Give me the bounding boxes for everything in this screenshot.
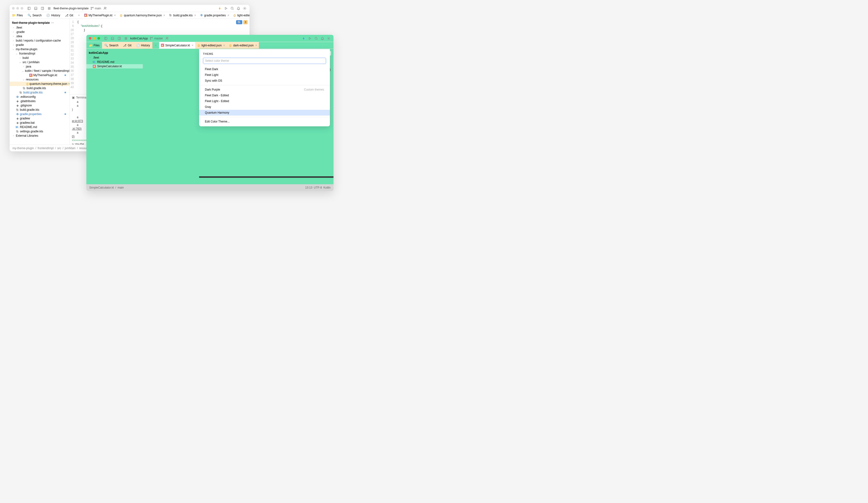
svg-rect-0	[28, 7, 30, 10]
svg-point-18	[104, 7, 105, 8]
navbar: 📁 Files 🔍 Search 🕘 History ⎇ Git ＋ KMyTh…	[10, 12, 249, 14]
window-title: fleet-theme-plugin-template	[53, 7, 89, 10]
close-icon[interactable]: ×	[227, 14, 229, 15]
bolt-icon[interactable]	[217, 6, 222, 11]
svg-point-21	[244, 8, 245, 9]
branch-indicator[interactable]: main	[91, 7, 101, 10]
close-icon[interactable]: ×	[114, 14, 116, 15]
traffic-lights	[12, 7, 23, 10]
window-fleet-template: fleet-theme-plugin-template main 📁 Files…	[10, 5, 249, 14]
nav-history[interactable]: 🕘 History	[44, 12, 62, 15]
svg-point-10	[49, 8, 49, 9]
panel-right-icon[interactable]	[40, 6, 45, 11]
nav-files[interactable]: 📁 Files	[10, 12, 25, 15]
editor-tabs: KMyThemePlugin.kt×{}quantum.harmony.them…	[82, 12, 249, 15]
close-icon[interactable]: ×	[163, 14, 165, 15]
svg-point-17	[93, 7, 94, 8]
svg-point-16	[91, 9, 92, 10]
svg-point-19	[231, 7, 233, 9]
close-icon[interactable]: ×	[194, 14, 196, 15]
editor-tab[interactable]: {}light-edited.json×	[231, 12, 249, 15]
svg-line-20	[233, 9, 234, 10]
titlebar: fleet-theme-plugin-template main	[10, 5, 249, 12]
svg-point-12	[48, 9, 49, 9]
add-user-icon[interactable]	[103, 6, 108, 11]
search-icon[interactable]	[230, 6, 235, 11]
svg-point-9	[48, 8, 49, 9]
minimize-dot[interactable]	[16, 7, 19, 10]
svg-point-13	[49, 9, 49, 9]
run-icon[interactable]	[224, 6, 228, 11]
nav-search[interactable]: 🔍 Search	[25, 12, 44, 15]
panel-left-icon[interactable]	[27, 6, 31, 11]
editor-tab[interactable]: {}quantum.harmony.theme.json×	[117, 12, 167, 15]
svg-point-8	[50, 7, 50, 8]
svg-point-11	[50, 8, 50, 9]
bell-icon[interactable]	[236, 6, 241, 11]
zoom-dot[interactable]	[21, 7, 23, 10]
branch-name: main	[95, 7, 101, 10]
svg-rect-4	[41, 7, 44, 10]
svg-point-15	[91, 7, 92, 8]
gear-icon[interactable]	[242, 6, 247, 11]
editor-tab[interactable]: 🐘build.gradle.kts×	[167, 12, 198, 15]
svg-rect-2	[34, 7, 37, 10]
svg-point-7	[49, 7, 49, 8]
editor-tab[interactable]: ⚙gradle.properties×	[198, 12, 231, 15]
svg-point-6	[48, 7, 49, 8]
editor-tab[interactable]: KMyThemePlugin.kt×	[82, 12, 117, 15]
panel-bottom-icon[interactable]	[33, 6, 38, 11]
nav-git[interactable]: ⎇ Git	[63, 12, 75, 15]
grid-icon[interactable]	[47, 6, 52, 11]
nav-plus[interactable]: ＋	[75, 13, 82, 14]
svg-point-14	[50, 9, 50, 9]
close-dot[interactable]	[12, 7, 14, 10]
